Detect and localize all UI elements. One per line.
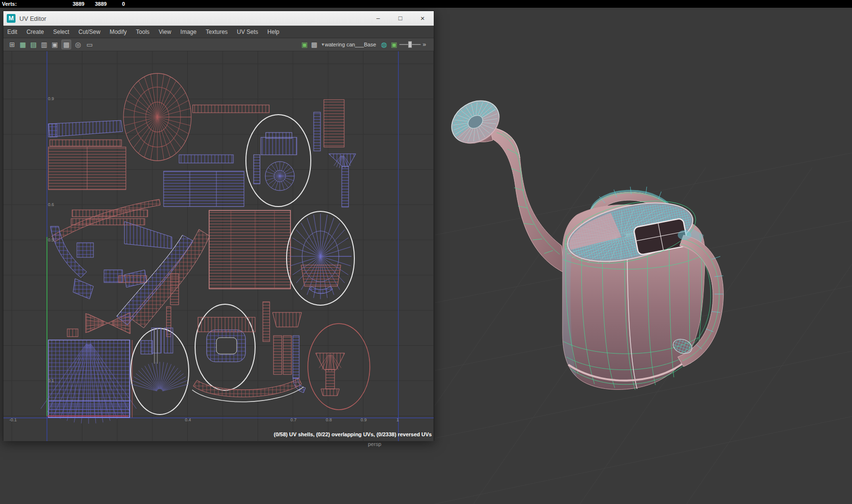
uv-shell-blue-rect (41, 340, 136, 424)
texture-name-field[interactable]: watering can___BaseC (325, 40, 376, 49)
uv-shells-canvas[interactable] (3, 51, 434, 441)
pixel-snap-icon[interactable]: ▩ (61, 40, 71, 49)
uv-distortion-icon[interactable]: ▦ (18, 40, 28, 49)
texture-image-icon[interactable]: ▣ (300, 40, 309, 49)
verts-selected: 3889 (95, 0, 106, 8)
menu-create[interactable]: Create (27, 29, 44, 35)
uv-canvas[interactable]: 0.9 0.6 0.5 0.1 -0.1 0.4 0.7 0.8 0.9 1 (… (3, 51, 434, 441)
verts-label: Verts: (2, 0, 17, 8)
window-titlebar[interactable]: M UV Editor – □ × (3, 11, 434, 26)
uv-editor-toolbar: ⊞ ▦ ▤ ▥ ▣ ▩ ◎ ▭ ▣ ▩ ▾ watering can___Bas… (3, 38, 434, 51)
grid-label-y: 0.9 (48, 96, 54, 101)
menu-cutsew[interactable]: Cut/Sew (78, 29, 100, 35)
menu-modify[interactable]: Modify (109, 29, 126, 35)
menu-select[interactable]: Select (53, 29, 69, 35)
menu-edit[interactable]: Edit (7, 29, 17, 35)
perspective-viewport[interactable] (435, 8, 852, 504)
menu-image[interactable]: Image (181, 29, 197, 35)
menu-textures[interactable]: Textures (206, 29, 228, 35)
grid-label-x: 0.9 (361, 417, 367, 422)
verts-other: 0 (122, 0, 125, 8)
grid-label-x: 0.4 (185, 417, 191, 422)
grid-label-x: 1 (396, 417, 399, 422)
grid-label-y: 0.1 (48, 378, 54, 383)
grid-label-y: 0.6 (48, 202, 54, 207)
uv-statistics: (0/58) UV shells, (0/22) overlapping UVs… (274, 431, 432, 437)
globe-icon[interactable]: ◍ (379, 40, 389, 49)
maya-logo-icon: M (7, 14, 15, 23)
watering-can-model[interactable] (444, 92, 724, 390)
uv-shells[interactable] (41, 74, 370, 424)
texture-borders-icon[interactable]: ▥ (39, 40, 49, 49)
shaded-uv-icon[interactable]: ▤ (29, 40, 38, 49)
verts-total: 3889 (73, 0, 84, 8)
uv-shell-red-disc (123, 74, 191, 161)
toolbar-expand-icon[interactable]: » (423, 40, 426, 49)
heads-up-display: Verts: 3889 3889 0 (0, 0, 852, 8)
menu-view[interactable]: View (159, 29, 171, 35)
menu-help[interactable]: Help (267, 29, 279, 35)
grid-layout-icon[interactable]: ⊞ (7, 40, 17, 49)
uv-shell-red-oval-funnel (308, 324, 370, 410)
uv-editor-menubar: Edit Create Select Cut/Sew Modify Tools … (3, 26, 434, 38)
maya-screen: Verts: 3889 3889 0 persp M UV Editor – □… (0, 0, 852, 504)
grid-label-x: 0.7 (290, 417, 297, 422)
viewport-camera-label[interactable]: persp (368, 441, 381, 447)
grid-label-y: 0.5 (48, 237, 54, 242)
window-title: UV Editor (19, 15, 46, 22)
uv-editor-window: M UV Editor – □ × Edit Create Select Cut… (3, 11, 434, 441)
maximize-button[interactable]: □ (389, 11, 411, 26)
close-button[interactable]: × (411, 11, 434, 26)
material-icon[interactable]: ▣ (389, 40, 399, 49)
menu-uvsets[interactable]: UV Sets (237, 29, 258, 35)
exposure-slider-handle[interactable] (408, 41, 412, 48)
minimize-button[interactable]: – (367, 11, 389, 26)
view-grid-icon[interactable]: ▣ (50, 40, 60, 49)
checker-map-icon[interactable]: ▩ (309, 40, 319, 49)
grid-label-x: 0.8 (326, 417, 332, 422)
grid-label-x: -0.1 (9, 417, 17, 422)
dim-image-icon[interactable]: ◎ (73, 40, 83, 49)
menu-tools[interactable]: Tools (136, 29, 150, 35)
display-image-icon[interactable]: ▭ (85, 40, 94, 49)
can-spout (488, 127, 564, 273)
